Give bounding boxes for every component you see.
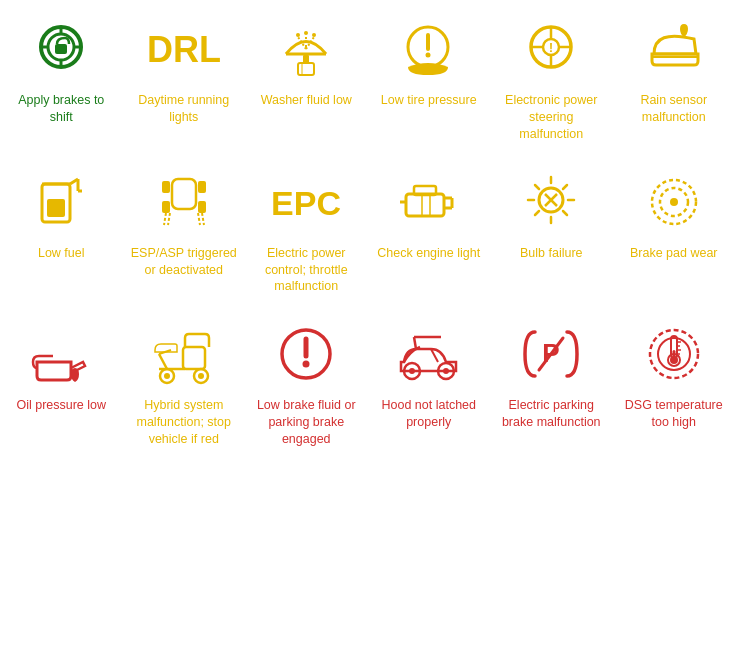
cell-dsg-temp: DSG temperature too high	[613, 305, 736, 458]
svg-rect-36	[198, 181, 206, 193]
icon-dsg-temp	[639, 319, 709, 389]
svg-line-69	[159, 354, 167, 369]
svg-point-14	[304, 31, 308, 35]
icon-rain-sensor	[639, 14, 709, 84]
icon-check-engine	[394, 167, 464, 237]
svg-line-40	[168, 213, 170, 225]
cell-brake-fluid: Low brake fluid or parking brake engaged	[245, 305, 368, 458]
svg-text:DRL: DRL	[147, 29, 221, 70]
icon-tire-pressure	[394, 14, 464, 84]
icon-eps: !	[516, 14, 586, 84]
svg-line-58	[563, 211, 567, 215]
svg-rect-16	[298, 63, 314, 75]
cell-hybrid: Hybrid system malfunction; stop vehicle …	[123, 305, 246, 458]
svg-line-78	[414, 337, 416, 349]
svg-rect-35	[162, 181, 170, 193]
svg-line-42	[202, 213, 204, 225]
icon-bulb-failure	[516, 167, 586, 237]
label-brake-pad: Brake pad wear	[630, 245, 718, 262]
label-low-fuel: Low fuel	[38, 245, 85, 262]
label-bulb-failure: Bulb failure	[520, 245, 583, 262]
icon-hybrid	[149, 319, 219, 389]
label-brake-fluid: Low brake fluid or parking brake engaged	[253, 397, 360, 448]
svg-line-59	[563, 185, 567, 189]
cell-epc: EPC Electric power control; throttle mal…	[245, 153, 368, 306]
label-epc: Electric power control; throttle malfunc…	[253, 245, 360, 296]
label-drl: Daytime running lights	[131, 92, 238, 126]
icon-drl: DRL	[149, 14, 219, 84]
icon-brake-fluid	[271, 319, 341, 389]
svg-point-20	[426, 53, 431, 58]
svg-point-65	[670, 198, 678, 206]
cell-washer-fluid: Washer fluid low	[245, 0, 368, 153]
label-washer-fluid: Washer fluid low	[261, 92, 352, 109]
label-esp: ESP/ASP triggered or deactivated	[131, 245, 238, 279]
cell-drl: DRL Daytime running lights	[123, 0, 246, 153]
icon-brake-shift	[26, 14, 96, 84]
label-hood: Hood not latched properly	[376, 397, 483, 431]
cell-eps: ! Electronic power steering malfunction	[490, 0, 613, 153]
cell-brake-pad: Brake pad wear	[613, 153, 736, 306]
svg-point-72	[164, 373, 170, 379]
cell-tire-pressure: Low tire pressure	[368, 0, 491, 153]
svg-line-57	[535, 185, 539, 189]
icon-epb: P	[516, 319, 586, 389]
cell-epb: P Electric parking brake malfunction	[490, 305, 613, 458]
svg-text:!: !	[549, 41, 553, 55]
svg-point-74	[198, 373, 204, 379]
cell-rain-sensor: Rain sensor malfunction	[613, 0, 736, 153]
label-rain-sensor: Rain sensor malfunction	[621, 92, 728, 126]
svg-point-15	[312, 33, 316, 37]
svg-point-77	[302, 361, 309, 368]
warning-lights-grid: Apply brakes to shift DRL Daytime runnin…	[0, 0, 735, 458]
svg-rect-44	[406, 194, 444, 216]
label-epb: Electric parking brake malfunction	[498, 397, 605, 431]
svg-point-81	[409, 368, 415, 374]
svg-rect-29	[47, 199, 65, 217]
svg-rect-38	[198, 201, 206, 213]
cell-brake-shift: Apply brakes to shift	[0, 0, 123, 153]
icon-oil-pressure	[26, 319, 96, 389]
icon-esp	[149, 167, 219, 237]
svg-rect-9	[303, 55, 309, 63]
svg-rect-37	[162, 201, 170, 213]
svg-text:EPC: EPC	[271, 184, 341, 222]
icon-epc: EPC	[271, 167, 341, 237]
label-hybrid: Hybrid system malfunction; stop vehicle …	[131, 397, 238, 448]
svg-line-60	[535, 211, 539, 215]
icon-hood	[394, 319, 464, 389]
svg-point-13	[296, 33, 300, 37]
label-tire-pressure: Low tire pressure	[381, 92, 477, 109]
label-check-engine: Check engine light	[377, 245, 480, 262]
label-oil-pressure: Oil pressure low	[16, 397, 106, 414]
icon-brake-pad	[639, 167, 709, 237]
cell-check-engine: Check engine light	[368, 153, 491, 306]
icon-low-fuel	[26, 167, 96, 237]
icon-washer-fluid	[271, 14, 341, 84]
cell-esp: ESP/ASP triggered or deactivated	[123, 153, 246, 306]
cell-hood: Hood not latched properly	[368, 305, 491, 458]
label-brake-shift: Apply brakes to shift	[8, 92, 115, 126]
cell-oil-pressure: Oil pressure low	[0, 305, 123, 458]
svg-point-91	[670, 356, 678, 364]
svg-rect-6	[55, 44, 67, 54]
cell-bulb-failure: Bulb failure	[490, 153, 613, 306]
cell-low-fuel: Low fuel	[0, 153, 123, 306]
svg-line-41	[198, 213, 200, 225]
label-dsg-temp: DSG temperature too high	[621, 397, 728, 431]
svg-rect-67	[183, 347, 205, 369]
svg-point-83	[443, 368, 449, 374]
label-eps: Electronic power steering malfunction	[498, 92, 605, 143]
svg-rect-34	[172, 179, 196, 209]
svg-line-39	[164, 213, 166, 225]
